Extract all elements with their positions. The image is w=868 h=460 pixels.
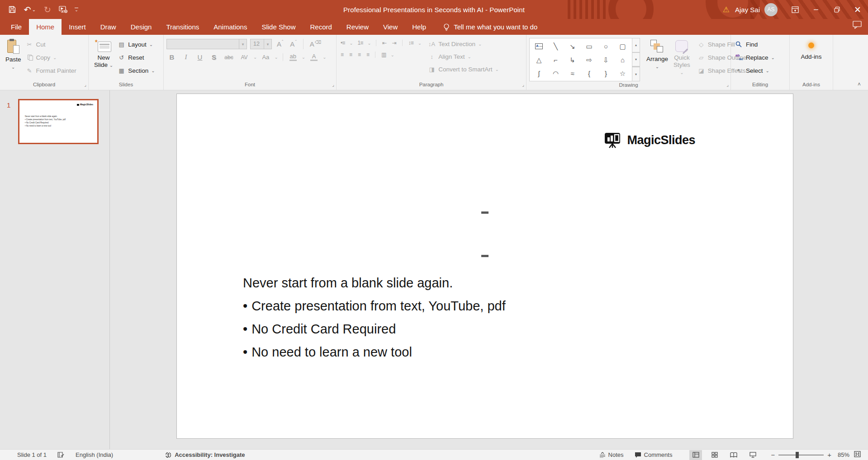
chevron-down-icon[interactable]: ⌄ (253, 55, 257, 60)
undo-dropdown-icon[interactable]: ⌄ (32, 7, 36, 12)
increase-font-size-button[interactable]: A ˆ (275, 40, 285, 48)
arc-shape-icon[interactable]: ◠ (553, 70, 559, 77)
tab-view[interactable]: View (376, 19, 405, 35)
chevron-down-icon[interactable]: ⌄ (771, 55, 775, 60)
chevron-down-icon[interactable]: ⌄ (323, 55, 326, 60)
restore-button[interactable] (826, 0, 847, 19)
tab-review[interactable]: Review (339, 19, 376, 35)
start-from-beginning-button[interactable] (55, 0, 71, 19)
zoom-out-button[interactable]: − (767, 451, 778, 459)
slide-sorter-view-button[interactable] (708, 450, 721, 460)
paragraph-dialog-launcher-icon[interactable]: ⌟ (522, 82, 524, 87)
collapse-ribbon-icon[interactable]: ˄ (858, 81, 861, 88)
align-text-button[interactable]: ↕ Align Text ⌄ (426, 51, 501, 62)
tab-record[interactable]: Record (303, 19, 339, 35)
triangle-shape-icon[interactable]: △ (536, 56, 542, 63)
comments-bubble-icon[interactable] (853, 21, 862, 31)
close-button[interactable]: ✕ (847, 0, 868, 19)
tab-transitions[interactable]: Transitions (159, 19, 206, 35)
convert-to-smartart-button[interactable]: ◨ Convert to SmartArt ⌄ (426, 64, 501, 75)
align-left-button[interactable]: ≡ (339, 52, 345, 58)
notes-button[interactable]: Notes (594, 450, 629, 460)
zoom-slider-thumb[interactable] (796, 452, 799, 458)
language-indicator[interactable]: English (India) (70, 450, 119, 460)
chevron-down-icon[interactable]: ▾ (264, 39, 271, 49)
chevron-down-icon[interactable]: ⌄ (151, 68, 155, 73)
right-arrow-shape-icon[interactable]: ⇨ (586, 56, 592, 63)
normal-view-button[interactable] (689, 450, 702, 460)
accessibility-status[interactable]: Accessibility: Investigate (159, 450, 250, 460)
undo-button[interactable]: ↶ ⌄ (20, 0, 40, 19)
layout-button[interactable]: ▤ Layout ⌄ (116, 39, 157, 50)
scribble-shape-icon[interactable]: ʃ (538, 70, 540, 77)
line-shape-icon[interactable]: ╲ (554, 43, 558, 50)
drawing-dialog-launcher-icon[interactable]: ⌟ (726, 82, 729, 87)
paste-button[interactable]: Paste ⌄ (3, 38, 24, 80)
fit-slide-to-window-button[interactable] (854, 451, 863, 459)
chevron-down-icon[interactable]: ▾ (239, 39, 247, 49)
warning-icon[interactable]: ⚠ (723, 5, 730, 14)
shape-gallery-more-button[interactable]: ▾ (632, 66, 640, 81)
zoom-in-button[interactable]: + (824, 451, 835, 459)
clear-formatting-button[interactable]: A ⌫ (308, 40, 323, 48)
save-icon[interactable] (5, 0, 20, 19)
elbow-arrow-connector-icon[interactable]: ↳ (569, 56, 575, 63)
new-slide-button[interactable]: * New Slide ⌄ (91, 38, 116, 80)
chevron-down-icon[interactable]: ⌄ (418, 41, 422, 46)
strikethrough-button[interactable]: abc (223, 54, 235, 61)
chevron-down-icon[interactable]: ⌄ (349, 41, 353, 46)
cut-button[interactable]: ✂ Cut (24, 39, 78, 50)
increase-indent-button[interactable]: ⇥ (391, 40, 398, 46)
textbox-shape-icon[interactable]: A (535, 43, 543, 49)
chevron-down-icon[interactable]: ⌄ (468, 54, 471, 59)
numbering-button[interactable]: 1≡ (356, 40, 365, 46)
tab-home[interactable]: Home (29, 19, 62, 35)
text-direction-button[interactable]: ↕A Text Direction ⌄ (426, 38, 501, 49)
freeform-shape-icon[interactable]: ⌂ (621, 56, 625, 63)
slide-show-button[interactable] (746, 450, 759, 460)
comments-button[interactable]: Comments (629, 450, 678, 460)
star-shape-icon[interactable]: ☆ (620, 70, 626, 77)
tab-slide-show[interactable]: Slide Show (254, 19, 303, 35)
quick-styles-button[interactable]: Quick Styles ⌄ (671, 38, 693, 81)
zoom-level[interactable]: 85% (835, 451, 854, 458)
tab-animations[interactable]: Animations (206, 19, 254, 35)
clipboard-dialog-launcher-icon[interactable]: ⌟ (84, 82, 86, 87)
font-size-combobox[interactable]: 12 ▾ (250, 39, 272, 49)
character-spacing-button[interactable]: AV (238, 54, 250, 61)
replace-button[interactable]: ab →ac Replace ⌄ (734, 52, 777, 63)
arrow-shape-icon[interactable]: ↘ (569, 43, 575, 50)
shape-gallery-scroll-up[interactable]: ▴ (632, 38, 640, 52)
align-right-button[interactable]: ≡ (356, 52, 362, 58)
chevron-down-icon[interactable]: ⌄ (109, 63, 113, 68)
tab-insert[interactable]: Insert (62, 19, 93, 35)
shape-gallery-scroll-down[interactable]: ▾ (632, 52, 640, 67)
chevron-down-icon[interactable]: ⌄ (274, 55, 278, 60)
ribbon-display-options-button[interactable] (785, 0, 806, 19)
chevron-down-icon[interactable]: ⌄ (680, 70, 683, 75)
format-painter-button[interactable]: ✎ Format Painter (24, 65, 78, 76)
change-case-button[interactable]: Aa (260, 54, 271, 61)
tab-help[interactable]: Help (405, 19, 433, 35)
columns-button[interactable]: ▥ (380, 52, 387, 58)
right-brace-shape-icon[interactable]: } (605, 70, 607, 77)
font-dialog-launcher-icon[interactable]: ⌟ (332, 82, 334, 87)
chevron-down-icon[interactable]: ⌄ (390, 52, 394, 57)
chevron-down-icon[interactable]: ⌄ (478, 42, 482, 47)
slide-indicator[interactable]: Slide 1 of 1 (17, 450, 52, 460)
slide[interactable]: MagicSlides Never start from a blank sli… (176, 94, 793, 439)
tab-file[interactable]: File (4, 19, 29, 35)
curve-shape-icon[interactable]: ≈ (570, 70, 574, 77)
minimize-button[interactable] (806, 0, 826, 19)
rounded-rectangle-shape-icon[interactable]: ▢ (619, 43, 626, 50)
bold-button[interactable]: B (166, 53, 177, 61)
decrease-font-size-button[interactable]: A ˇ (288, 40, 298, 48)
tell-me-box[interactable]: Tell me what you want to do (443, 19, 537, 35)
chevron-down-icon[interactable]: ⌄ (302, 55, 305, 60)
customize-qat-button[interactable]: ⌄ (71, 0, 82, 19)
underline-button[interactable]: U (194, 53, 205, 61)
find-button[interactable]: Find (734, 39, 777, 50)
arrange-button[interactable]: Arrange ⌄ (644, 38, 671, 81)
down-arrow-shape-icon[interactable]: ⇩ (603, 56, 609, 63)
font-color-button[interactable]: A (308, 53, 319, 61)
